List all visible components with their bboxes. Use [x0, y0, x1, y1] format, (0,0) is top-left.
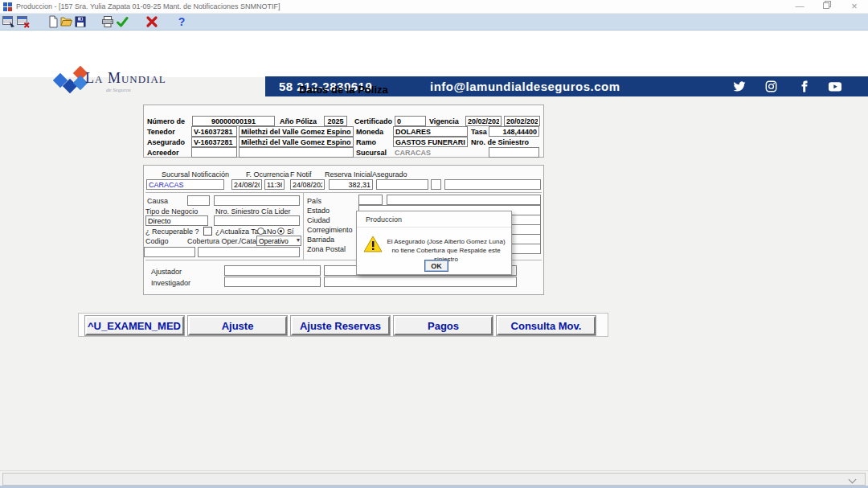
asegurado-nombre-notif-field[interactable]: [444, 179, 541, 190]
consulta-mov-button[interactable]: Consulta Mov.: [497, 316, 596, 335]
chevron-down-icon[interactable]: [850, 477, 855, 482]
app-window: Produccion - [157 Sra. Yulia Zapata 01-0…: [0, 0, 868, 488]
nro-siniestro-cia-field[interactable]: [214, 215, 300, 226]
vigencia-desde-field[interactable]: [465, 116, 502, 126]
moneda-field[interactable]: [393, 126, 468, 137]
divider: [0, 470, 868, 471]
confirm-check-icon[interactable]: [116, 15, 129, 29]
investigador-nombre-field[interactable]: [324, 277, 517, 287]
actualiza-si-radio[interactable]: [277, 228, 285, 235]
reserva-inicial-field[interactable]: [329, 179, 373, 190]
app-icon: [3, 2, 12, 11]
vigencia-hasta-field[interactable]: [504, 116, 540, 126]
nro-siniestro-cia-label: Nro. Siniestro Cía Lider: [215, 207, 291, 215]
youtube-icon[interactable]: [828, 80, 841, 92]
divider: [357, 227, 511, 228]
cobertura-select[interactable]: Operativo ▾: [256, 236, 301, 246]
certificado-label: Certificado: [354, 117, 392, 125]
numero-poliza-field[interactable]: [192, 116, 275, 126]
sucursal-notificacion-label: Sucursal Notificación: [162, 170, 229, 178]
anio-poliza-field[interactable]: [324, 116, 347, 126]
actualiza-no-radio[interactable]: [257, 228, 264, 235]
title-bar: Produccion - [157 Sra. Yulia Zapata 01-0…: [0, 0, 868, 14]
pais-field[interactable]: [387, 195, 541, 205]
restore-button[interactable]: [817, 0, 837, 14]
asegurado-label: Asegurado: [147, 138, 185, 146]
reserva-inicial-label: Reserva Inicial: [325, 170, 372, 178]
cobertura-label: Cobertura Oper./Catast.: [187, 237, 264, 245]
close-button[interactable]: ×: [844, 0, 865, 14]
causa-desc-field[interactable]: [214, 195, 300, 206]
asegurado-tipo-field[interactable]: [431, 179, 441, 190]
app-icon-pixel: [8, 2, 12, 6]
anio-poliza-label: Año Póliza: [280, 117, 317, 125]
ajuste-reservas-button[interactable]: Ajuste Reservas: [291, 316, 390, 335]
asegurado-id-field[interactable]: [191, 137, 237, 147]
ok-button[interactable]: OK: [424, 260, 448, 272]
nro-siniestro-label: Nro. de Siniestro: [471, 138, 529, 146]
actualiza-no-label: No: [267, 228, 276, 236]
acreedor-nombre-field[interactable]: [239, 147, 354, 158]
recuperable-checkbox[interactable]: [203, 227, 212, 236]
tipo-negocio-field[interactable]: [145, 215, 208, 226]
codigo-field[interactable]: [144, 247, 195, 257]
tenedor-label: Tenedor: [147, 128, 175, 136]
tenedor-nombre-field[interactable]: [239, 126, 354, 137]
vigencia-label: Vigencia: [429, 117, 459, 125]
page-title: Datos de la Póliza: [143, 84, 544, 96]
instagram-icon[interactable]: [765, 80, 778, 92]
sucursal-value: CARACAS: [395, 149, 431, 157]
cancel-x-icon[interactable]: [145, 15, 159, 29]
pais-codigo-field[interactable]: [358, 195, 383, 205]
examen-med-button[interactable]: ^U_EXAMEN_MED: [85, 316, 184, 335]
ajustador-codigo-field[interactable]: [224, 265, 321, 276]
investigador-codigo-field[interactable]: [224, 277, 321, 287]
barriada-label: Barriada: [307, 236, 334, 244]
minimize-button[interactable]: —: [789, 0, 810, 14]
certificado-field[interactable]: [395, 116, 426, 126]
twitter-icon[interactable]: [733, 80, 746, 92]
divider: [145, 192, 542, 193]
f-notif-field[interactable]: [290, 179, 325, 190]
toolbar: ?: [0, 14, 868, 31]
restore-icon: [823, 1, 831, 9]
ajuste-button[interactable]: Ajuste: [188, 316, 287, 335]
cobertura-desc-field[interactable]: [198, 247, 300, 257]
facebook-icon[interactable]: [799, 80, 812, 92]
tipo-negocio-label: Tipo de Negocio: [145, 207, 198, 215]
recuperable-label: ¿ Recuperable ?: [145, 228, 199, 236]
app-icon-pixel: [8, 7, 12, 11]
record-delete-icon[interactable]: [17, 15, 31, 29]
ciudad-label: Ciudad: [307, 216, 330, 224]
app-icon-pixel: [3, 2, 7, 6]
causa-label: Causa: [147, 197, 168, 205]
tasa-field[interactable]: [489, 126, 539, 137]
new-document-icon[interactable]: [47, 15, 60, 29]
tenedor-id-field[interactable]: [191, 126, 237, 137]
corregimiento-label: Corregimiento: [307, 226, 353, 234]
produccion-dialog: Produccion El Asegurado (Jose Alberto Go…: [356, 211, 512, 275]
open-folder-icon[interactable]: [60, 15, 74, 29]
acreedor-id-field[interactable]: [191, 147, 237, 158]
codigo-label: Codigo: [145, 237, 169, 245]
zona-postal-label: Zona Postal: [307, 245, 346, 253]
pagos-button[interactable]: Pagos: [394, 316, 493, 335]
nro-siniestro-field[interactable]: [489, 147, 539, 158]
acreedor-label: Acreedor: [147, 149, 179, 157]
asegurado-nombre-field[interactable]: [239, 137, 354, 147]
sucursal-notificacion-field[interactable]: [146, 179, 224, 190]
save-icon[interactable]: [74, 15, 88, 29]
dialog-title: Produccion: [366, 215, 402, 223]
hora-ocurrencia-field[interactable]: [264, 179, 285, 190]
policy-panel: Número de Año Póliza Certificado Vigenci…: [143, 105, 544, 158]
asegurado-codigo-field[interactable]: [376, 179, 428, 190]
record-edit-icon[interactable]: [2, 15, 16, 29]
print-icon[interactable]: [101, 15, 115, 29]
f-ocurrencia-label: F. Ocurrencia: [246, 170, 289, 178]
actualiza-si-label: Sí: [287, 228, 294, 236]
help-icon[interactable]: ?: [175, 15, 189, 29]
ramo-field[interactable]: [393, 137, 468, 147]
f-ocurrencia-field[interactable]: [231, 179, 262, 190]
divider: [303, 192, 304, 260]
causa-codigo-field[interactable]: [187, 195, 210, 206]
